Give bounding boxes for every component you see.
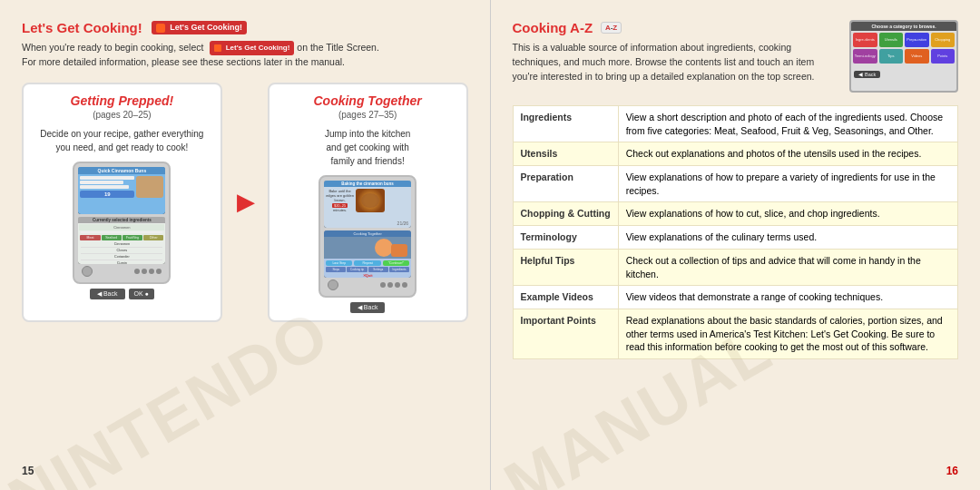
left-title-badge: Let's Get Cooking!: [152, 21, 247, 34]
table-description: View explanations of how to cut, slice, …: [618, 202, 957, 226]
cooking-az-title-area: Cooking A-Z A-Z This is a valuable sourc…: [513, 20, 839, 83]
table-description: View explanations of how to prepare a va…: [618, 166, 957, 202]
getting-prepped-card: Getting Prepped! (pages 20–25) Decide on…: [22, 83, 222, 322]
table-label: Ingredients: [513, 106, 618, 142]
table-description: View a short description and photo of ea…: [618, 106, 957, 142]
table-row: TerminologyView explanations of the culi…: [513, 226, 958, 250]
table-row: Important PointsRead explanations about …: [513, 309, 958, 358]
cooking-screen: Cooking Together: [324, 230, 411, 237]
az-table: IngredientsView a short description and …: [513, 105, 959, 359]
table-label: Important Points: [513, 309, 618, 358]
right-section-title: Cooking A-Z: [513, 20, 593, 35]
screen-header: Quick Cinnamon Buns: [78, 167, 165, 174]
table-description: Check out explanations and photos of the…: [618, 142, 957, 166]
card1-subtitle: (pages 20–25): [33, 110, 211, 120]
table-row: Chopping & CuttingView explanations of h…: [513, 202, 958, 226]
ingredients-label: Currently selected ingredients: [78, 217, 165, 223]
card1-description: Decide on your recipe, gather everything…: [33, 127, 211, 154]
card1-ok-button[interactable]: OK ●: [129, 289, 154, 299]
card2-title: Cooking Together: [279, 93, 457, 108]
thumbnail-title: Choose a category to browse.: [851, 22, 956, 31]
card2-back-button[interactable]: ◀Back: [350, 302, 386, 313]
table-row: UtensilsCheck out explanations and photo…: [513, 142, 958, 166]
watermark-left: NINTENDO: [0, 295, 341, 490]
right-page-number: 16: [946, 465, 958, 477]
table-label: Helpful Tips: [513, 249, 618, 285]
table-row: Helpful TipsCheck out a collection of ti…: [513, 249, 958, 285]
az-badge: A-Z: [601, 22, 622, 34]
left-page: NINTENDO Let's Get Cooking! Let's Get Co…: [0, 0, 490, 490]
intro-badge: Let's Get Cooking!: [210, 41, 294, 55]
table-description: View explanations of the culinary terms …: [618, 226, 957, 250]
left-section-title: Let's Get Cooking!: [22, 20, 142, 35]
cards-row: Getting Prepped! (pages 20–25) Decide on…: [22, 83, 468, 322]
table-row: Example VideosView videos that demonstra…: [513, 286, 958, 309]
table-description: Read explanations about the basic standa…: [618, 309, 957, 358]
table-label: Preparation: [513, 166, 618, 202]
left-intro: When you're ready to begin cooking, sele…: [22, 41, 468, 70]
table-description: View videos that demonstrate a range of …: [618, 286, 957, 309]
cooking-az-header: Cooking A-Z A-Z This is a valuable sourc…: [513, 20, 959, 93]
card1-title: Getting Prepped!: [33, 93, 211, 108]
table-row: PreparationView explanations of how to p…: [513, 166, 958, 202]
card1-back-button[interactable]: ◀Back: [90, 289, 125, 299]
card2-description: Jump into the kitchenand get cooking wit…: [279, 127, 457, 168]
table-label: Chopping & Cutting: [513, 202, 618, 226]
table-row: IngredientsView a short description and …: [513, 106, 958, 142]
cooking-az-thumbnail: Choose a category to browse. Ingre-dient…: [849, 20, 958, 93]
arrow-icon: ▶: [237, 83, 253, 322]
table-description: Check out a collection of tips and advic…: [618, 249, 957, 285]
table-label: Example Videos: [513, 286, 618, 309]
table-label: Terminology: [513, 226, 618, 250]
right-page: MANUAL Cooking A-Z A-Z This is a valuabl…: [491, 0, 981, 490]
left-page-number: 15: [22, 465, 34, 477]
thumbnail-back-button[interactable]: ◀Back: [854, 71, 880, 78]
cooking-az-description: This is a valuable source of information…: [513, 41, 839, 83]
cooking-together-card: Cooking Together (pages 27–35) Jump into…: [268, 83, 468, 322]
card2-subtitle: (pages 27–35): [279, 110, 457, 120]
table-label: Utensils: [513, 142, 618, 166]
